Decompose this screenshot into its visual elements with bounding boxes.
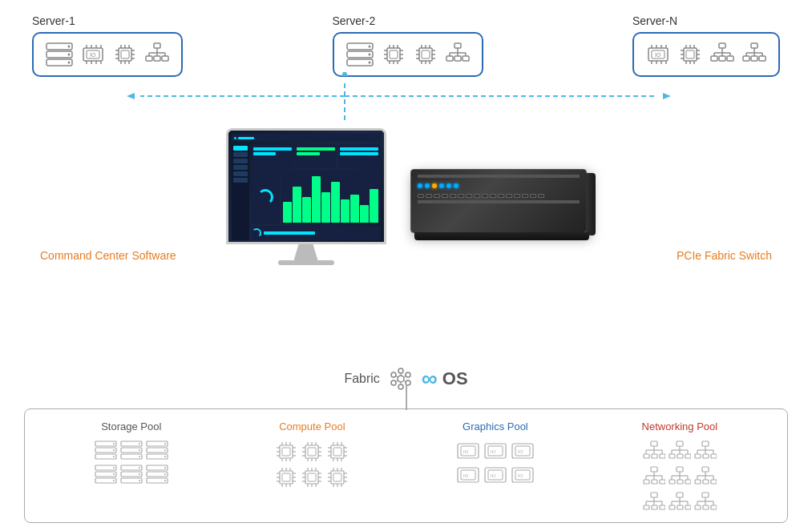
monitor-screen: [228, 131, 384, 242]
rack-ports: [418, 194, 580, 198]
cpu-icon-pool-1: [275, 440, 297, 463]
svg-rect-109: [711, 56, 717, 61]
compute-pool: Compute Pool: [275, 420, 349, 489]
svg-rect-108: [719, 43, 725, 48]
screen-topbar: [232, 134, 381, 142]
rack-port-9: [482, 194, 488, 198]
chart-bar-2: [293, 187, 301, 223]
svg-point-174: [139, 473, 140, 475]
servers-row: Server-1: [0, 0, 812, 77]
networking-pool: Networking Pool: [642, 420, 718, 514]
networking-pool-label: Networking Pool: [642, 420, 718, 432]
svg-rect-356: [702, 493, 709, 497]
cpu2-icon-s2: [413, 42, 438, 67]
networking-pool-icons: [643, 440, 717, 514]
svg-rect-111: [719, 56, 725, 61]
pcie-label: PCIe Fabric Switch: [677, 248, 772, 264]
svg-rect-94: [684, 48, 697, 61]
sidebar-item-1: [233, 146, 248, 151]
svg-text:IO: IO: [491, 473, 496, 478]
screen-bar-4: [297, 152, 320, 155]
svg-rect-284: [651, 441, 657, 446]
diagram: Server-1: [0, 0, 812, 531]
svg-rect-321: [669, 480, 675, 484]
svg-rect-320: [677, 467, 683, 472]
chart-bar-8: [350, 195, 359, 223]
svg-rect-182: [280, 445, 293, 458]
svg-point-150: [113, 449, 115, 451]
svg-rect-32: [146, 56, 152, 61]
svg-rect-312: [644, 480, 649, 484]
svg-rect-339: [644, 505, 649, 509]
svg-rect-347: [677, 493, 683, 497]
screen-bar-2: [253, 152, 277, 155]
screen-bar-6: [340, 152, 378, 155]
svg-rect-252: [331, 471, 344, 484]
svg-point-133: [398, 376, 404, 382]
gpu-icon-pool-2: IO: [483, 440, 507, 461]
svg-rect-183: [282, 448, 290, 456]
chart-bar-1: [283, 202, 292, 223]
sidebar-item-4: [233, 165, 248, 170]
svg-rect-239: [308, 473, 316, 481]
net-icon-pool-4: [643, 466, 665, 489]
svg-point-4: [68, 54, 71, 56]
rack-port-1: [418, 194, 424, 198]
screen-row-1: [252, 144, 381, 168]
storage-icon-pool-6: [146, 465, 168, 485]
svg-point-179: [164, 467, 166, 469]
svg-rect-287: [652, 454, 657, 458]
svg-rect-117: [751, 43, 757, 48]
svg-point-162: [164, 449, 166, 451]
svg-rect-47: [390, 50, 398, 58]
svg-text:IO: IO: [463, 473, 469, 478]
svg-point-180: [164, 473, 166, 475]
cpu-icon-pool-2: [301, 440, 323, 463]
chart-bar-4: [312, 176, 321, 223]
svg-rect-332: [703, 480, 709, 484]
rack-port-13: [514, 194, 520, 198]
svg-point-173: [139, 467, 140, 469]
svg-point-138: [391, 380, 396, 385]
screen-dot: [234, 137, 236, 139]
screen-bar-5: [340, 147, 378, 151]
graphics-pool-label: Graphics Pool: [463, 420, 528, 432]
svg-rect-322: [685, 480, 691, 484]
svg-point-151: [113, 456, 115, 457]
rack-strip-1: [418, 175, 580, 178]
rack-port-8: [474, 194, 480, 198]
rack-side: [586, 173, 596, 235]
svg-marker-131: [663, 93, 671, 99]
svg-rect-75: [446, 56, 453, 61]
rack-port-4: [442, 194, 448, 198]
graphics-pool-icons: IO IO IO IO IO IO: [456, 440, 535, 485]
svg-marker-127: [127, 93, 135, 99]
svg-rect-110: [727, 56, 733, 61]
rack-light-blue-2: [425, 183, 430, 188]
svg-rect-314: [652, 480, 657, 484]
svg-rect-330: [695, 480, 701, 484]
svg-rect-304: [711, 454, 717, 458]
svg-rect-197: [308, 448, 316, 456]
svg-rect-119: [759, 56, 766, 61]
rack-light-blue-5: [454, 183, 459, 188]
server-1-box: IO: [32, 32, 183, 77]
svg-rect-331: [711, 480, 717, 484]
svg-point-156: [139, 449, 140, 451]
rack-light-amber: [432, 183, 437, 188]
screen-title-bar: [238, 137, 254, 139]
network2-icon-sn: [741, 42, 767, 67]
svg-point-137: [406, 372, 410, 377]
server-2-label: Server-2: [333, 14, 376, 27]
svg-point-45: [368, 62, 370, 64]
svg-text:IO: IO: [518, 473, 523, 478]
net-icon-pool-7: [643, 492, 665, 514]
pools-section: Storage Pool Compute Pool: [0, 408, 812, 523]
svg-rect-359: [703, 505, 709, 509]
svg-rect-296: [677, 454, 683, 458]
svg-point-135: [398, 384, 403, 389]
net-icon-pool-2: [669, 440, 691, 463]
svg-point-168: [113, 473, 115, 475]
server-n-label: Server-N: [632, 14, 677, 27]
monitor: [226, 128, 386, 265]
